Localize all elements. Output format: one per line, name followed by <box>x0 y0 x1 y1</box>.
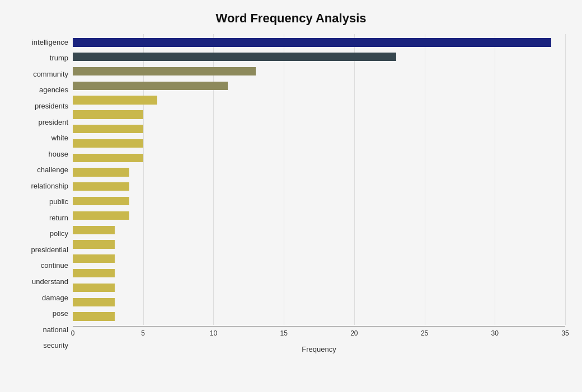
bar <box>73 53 396 61</box>
y-label: president <box>39 119 68 126</box>
x-tick: 10 <box>210 329 217 337</box>
bar <box>73 154 143 162</box>
bar-row <box>73 223 565 237</box>
bar-row <box>73 35 565 50</box>
y-label: house <box>49 150 68 158</box>
y-label: community <box>33 70 68 78</box>
bars-list <box>73 34 565 325</box>
bar <box>73 96 157 104</box>
x-tick: 25 <box>421 329 428 337</box>
y-label: return <box>49 214 68 221</box>
x-tick: 30 <box>491 329 499 337</box>
bar <box>73 298 115 306</box>
y-label: presidents <box>35 102 68 110</box>
y-label: relationship <box>31 182 69 190</box>
chart-area: intelligencetrumpcommunityagenciespresid… <box>17 34 565 353</box>
y-label: public <box>49 198 68 205</box>
bars-and-xaxis: 05101520253035 Frequency <box>73 34 565 353</box>
bar-row <box>73 237 565 252</box>
bar-row <box>73 107 565 122</box>
bar <box>73 226 115 234</box>
x-axis-label: Frequency <box>73 345 565 353</box>
bar-row <box>73 252 565 266</box>
bar <box>73 312 115 320</box>
bar <box>73 168 129 176</box>
bar <box>73 125 143 133</box>
bar <box>73 197 129 205</box>
bar <box>73 139 143 148</box>
bars-area <box>73 34 565 325</box>
y-label: agencies <box>39 86 68 93</box>
y-label: white <box>51 134 68 141</box>
bar <box>73 211 129 220</box>
bar-row <box>73 281 565 295</box>
y-label: policy <box>50 230 68 237</box>
y-label: intelligence <box>32 39 68 46</box>
x-tick: 5 <box>141 329 145 337</box>
bar <box>73 110 143 119</box>
y-label: pose <box>53 310 68 317</box>
y-label: understand <box>32 278 68 285</box>
bar <box>73 182 129 191</box>
chart-container: Word Frequency Analysis intelligencetrum… <box>0 0 582 392</box>
bar-row <box>73 209 565 223</box>
y-label: challenge <box>37 166 68 173</box>
bar-row <box>73 122 565 136</box>
y-axis-labels: intelligencetrumpcommunityagenciespresid… <box>17 34 73 353</box>
grid-line <box>565 34 566 325</box>
chart-title: Word Frequency Analysis <box>17 11 565 26</box>
x-tick: 15 <box>280 329 287 337</box>
bar <box>73 38 551 46</box>
bar-row <box>73 78 565 93</box>
bar <box>73 254 115 263</box>
bar <box>73 82 228 90</box>
bar <box>73 284 115 292</box>
y-label: damage <box>42 294 68 301</box>
bar-row <box>73 266 565 281</box>
x-tick: 35 <box>561 329 569 337</box>
x-tick: 20 <box>350 329 358 337</box>
bar-row <box>73 180 565 194</box>
bar-row <box>73 295 565 309</box>
bar <box>73 240 115 248</box>
y-label: trump <box>50 54 68 62</box>
y-label: presidential <box>31 246 69 253</box>
x-axis: 05101520253035 <box>73 326 565 343</box>
bar-row <box>73 136 565 151</box>
x-tick: 0 <box>71 329 75 337</box>
bar <box>73 269 115 277</box>
bar-row <box>73 64 565 79</box>
bar-row <box>73 194 565 209</box>
y-label: continue <box>41 262 68 269</box>
y-label: national <box>43 326 68 333</box>
bar-row <box>73 309 565 324</box>
bar-row <box>73 50 565 64</box>
bar <box>73 67 256 75</box>
bar-row <box>73 150 565 165</box>
y-label: security <box>43 342 68 349</box>
bar-row <box>73 93 565 107</box>
bar-row <box>73 165 565 180</box>
